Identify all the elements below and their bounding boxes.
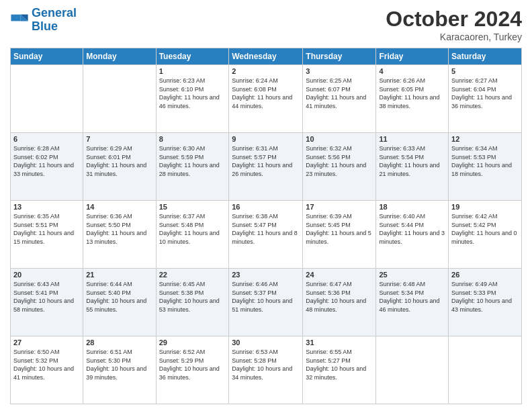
day-number: 9: [232, 135, 300, 143]
calendar-cell: 28Sunrise: 6:51 AMSunset: 5:30 PMDayligh…: [83, 336, 156, 404]
title-block: October 2024 Karacaoren, Turkey: [386, 7, 522, 42]
day-number: 31: [306, 338, 373, 347]
day-info: Sunrise: 6:52 AMSunset: 5:29 PMDaylight:…: [159, 348, 226, 381]
calendar-cell: [449, 336, 522, 404]
day-info: Sunrise: 6:27 AMSunset: 6:04 PMDaylight:…: [451, 77, 519, 110]
day-number: 16: [232, 203, 300, 211]
day-number: 4: [379, 67, 445, 75]
day-info: Sunrise: 6:36 AMSunset: 5:50 PMDaylight:…: [86, 212, 152, 246]
day-number: 6: [13, 135, 80, 143]
month-title: October 2024: [386, 7, 522, 32]
calendar-week-row: 6Sunrise: 6:28 AMSunset: 6:02 PMDaylight…: [11, 133, 522, 201]
calendar-cell: 22Sunrise: 6:45 AMSunset: 5:38 PMDayligh…: [156, 269, 229, 336]
calendar-cell: 4Sunrise: 6:26 AMSunset: 6:05 PMDaylight…: [376, 65, 449, 133]
calendar-cell: 11Sunrise: 6:33 AMSunset: 5:54 PMDayligh…: [376, 133, 449, 201]
day-info: Sunrise: 6:48 AMSunset: 5:34 PMDaylight:…: [379, 280, 445, 314]
day-number: 22: [159, 271, 226, 279]
calendar-header-row: SundayMondayTuesdayWednesdayThursdayFrid…: [11, 48, 522, 65]
day-info: Sunrise: 6:24 AMSunset: 6:08 PMDaylight:…: [232, 77, 300, 110]
day-info: Sunrise: 6:32 AMSunset: 5:56 PMDaylight:…: [306, 144, 373, 178]
logo: General Blue: [10, 7, 77, 34]
calendar-cell: 20Sunrise: 6:43 AMSunset: 5:41 PMDayligh…: [11, 269, 83, 336]
day-info: Sunrise: 6:55 AMSunset: 5:27 PMDaylight:…: [306, 348, 373, 381]
logo-general: General: [32, 6, 77, 19]
day-info: Sunrise: 6:26 AMSunset: 6:05 PMDaylight:…: [379, 77, 445, 110]
calendar-cell: 26Sunrise: 6:49 AMSunset: 5:33 PMDayligh…: [449, 269, 522, 336]
svg-rect-3: [11, 14, 20, 21]
day-info: Sunrise: 6:37 AMSunset: 5:48 PMDaylight:…: [159, 212, 226, 246]
calendar-cell: 19Sunrise: 6:42 AMSunset: 5:42 PMDayligh…: [449, 201, 522, 269]
calendar-week-row: 1Sunrise: 6:23 AMSunset: 6:10 PMDaylight…: [11, 65, 522, 133]
calendar-cell: 31Sunrise: 6:55 AMSunset: 5:27 PMDayligh…: [303, 336, 376, 404]
logo-icon: [10, 11, 29, 30]
calendar-day-header: Thursday: [303, 48, 376, 65]
calendar-day-header: Wednesday: [229, 48, 303, 65]
day-info: Sunrise: 6:43 AMSunset: 5:41 PMDaylight:…: [13, 280, 80, 314]
day-info: Sunrise: 6:51 AMSunset: 5:30 PMDaylight:…: [86, 348, 152, 381]
day-number: 13: [13, 203, 80, 211]
calendar-cell: 29Sunrise: 6:52 AMSunset: 5:29 PMDayligh…: [156, 336, 229, 404]
day-number: 26: [451, 271, 519, 279]
day-info: Sunrise: 6:30 AMSunset: 5:59 PMDaylight:…: [159, 144, 226, 178]
calendar-cell: 13Sunrise: 6:35 AMSunset: 5:51 PMDayligh…: [11, 201, 83, 269]
calendar-cell: 15Sunrise: 6:37 AMSunset: 5:48 PMDayligh…: [156, 201, 229, 269]
day-number: 30: [232, 338, 300, 347]
day-number: 5: [451, 67, 519, 75]
calendar-cell: [376, 336, 449, 404]
day-info: Sunrise: 6:46 AMSunset: 5:37 PMDaylight:…: [232, 280, 300, 314]
day-info: Sunrise: 6:25 AMSunset: 6:07 PMDaylight:…: [306, 77, 373, 110]
day-number: 28: [86, 338, 152, 347]
day-number: 20: [13, 271, 80, 279]
day-info: Sunrise: 6:47 AMSunset: 5:36 PMDaylight:…: [306, 280, 373, 314]
day-number: 18: [379, 203, 445, 211]
calendar-cell: 18Sunrise: 6:40 AMSunset: 5:44 PMDayligh…: [376, 201, 449, 269]
calendar-week-row: 20Sunrise: 6:43 AMSunset: 5:41 PMDayligh…: [11, 269, 522, 336]
day-number: 14: [86, 203, 152, 211]
day-number: 3: [306, 67, 373, 75]
calendar-cell: 12Sunrise: 6:34 AMSunset: 5:53 PMDayligh…: [449, 133, 522, 201]
calendar-cell: 8Sunrise: 6:30 AMSunset: 5:59 PMDaylight…: [156, 133, 229, 201]
page: General Blue October 2024 Karacaoren, Tu…: [0, 0, 532, 411]
day-info: Sunrise: 6:28 AMSunset: 6:02 PMDaylight:…: [13, 144, 80, 178]
calendar-cell: 17Sunrise: 6:39 AMSunset: 5:45 PMDayligh…: [303, 201, 376, 269]
calendar-week-row: 27Sunrise: 6:50 AMSunset: 5:32 PMDayligh…: [11, 336, 522, 404]
calendar-cell: 1Sunrise: 6:23 AMSunset: 6:10 PMDaylight…: [156, 65, 229, 133]
day-info: Sunrise: 6:49 AMSunset: 5:33 PMDaylight:…: [451, 280, 519, 314]
day-info: Sunrise: 6:31 AMSunset: 5:57 PMDaylight:…: [232, 144, 300, 178]
day-info: Sunrise: 6:40 AMSunset: 5:44 PMDaylight:…: [379, 212, 445, 246]
day-number: 29: [159, 338, 226, 347]
calendar-cell: 6Sunrise: 6:28 AMSunset: 6:02 PMDaylight…: [11, 133, 83, 201]
day-info: Sunrise: 6:44 AMSunset: 5:40 PMDaylight:…: [86, 280, 152, 314]
calendar-cell: 24Sunrise: 6:47 AMSunset: 5:36 PMDayligh…: [303, 269, 376, 336]
day-number: 1: [159, 67, 226, 75]
day-number: 17: [306, 203, 373, 211]
calendar-cell: 30Sunrise: 6:53 AMSunset: 5:28 PMDayligh…: [229, 336, 303, 404]
calendar-day-header: Tuesday: [156, 48, 229, 65]
calendar-cell: 16Sunrise: 6:38 AMSunset: 5:47 PMDayligh…: [229, 201, 303, 269]
calendar-cell: 10Sunrise: 6:32 AMSunset: 5:56 PMDayligh…: [303, 133, 376, 201]
calendar-day-header: Monday: [83, 48, 156, 65]
day-info: Sunrise: 6:38 AMSunset: 5:47 PMDaylight:…: [232, 212, 300, 246]
day-number: 24: [306, 271, 373, 279]
day-number: 8: [159, 135, 226, 143]
calendar-cell: [83, 65, 156, 133]
day-info: Sunrise: 6:35 AMSunset: 5:51 PMDaylight:…: [13, 212, 80, 246]
calendar-cell: [11, 65, 83, 133]
day-info: Sunrise: 6:34 AMSunset: 5:53 PMDaylight:…: [451, 144, 519, 178]
header: General Blue October 2024 Karacaoren, Tu…: [10, 7, 522, 42]
day-info: Sunrise: 6:39 AMSunset: 5:45 PMDaylight:…: [306, 212, 373, 246]
day-info: Sunrise: 6:42 AMSunset: 5:42 PMDaylight:…: [451, 212, 519, 246]
location: Karacaoren, Turkey: [386, 32, 522, 42]
day-number: 27: [13, 338, 80, 347]
calendar-cell: 2Sunrise: 6:24 AMSunset: 6:08 PMDaylight…: [229, 65, 303, 133]
calendar-cell: 9Sunrise: 6:31 AMSunset: 5:57 PMDaylight…: [229, 133, 303, 201]
day-number: 25: [379, 271, 445, 279]
logo-blue: Blue: [32, 19, 58, 33]
calendar-cell: 25Sunrise: 6:48 AMSunset: 5:34 PMDayligh…: [376, 269, 449, 336]
day-number: 21: [86, 271, 152, 279]
calendar-table: SundayMondayTuesdayWednesdayThursdayFrid…: [10, 48, 522, 404]
calendar-cell: 7Sunrise: 6:29 AMSunset: 6:01 PMDaylight…: [83, 133, 156, 201]
calendar-day-header: Saturday: [449, 48, 522, 65]
calendar-week-row: 13Sunrise: 6:35 AMSunset: 5:51 PMDayligh…: [11, 201, 522, 269]
calendar-cell: 14Sunrise: 6:36 AMSunset: 5:50 PMDayligh…: [83, 201, 156, 269]
